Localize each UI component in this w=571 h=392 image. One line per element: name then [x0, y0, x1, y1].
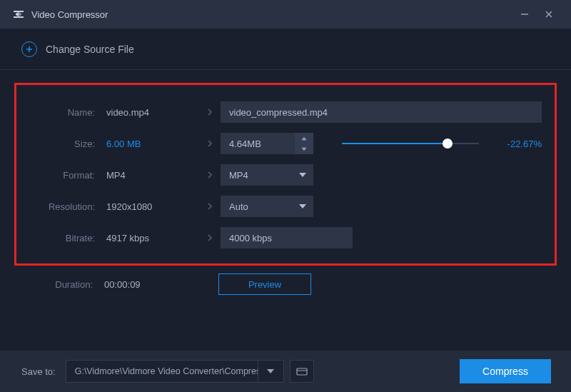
compress-button[interactable]: Compress: [460, 359, 551, 383]
footer: Save to: G:\Vidmore\Vidmore Video Conver…: [0, 351, 571, 392]
chevron-right-icon: [199, 233, 221, 243]
output-size-input[interactable]: [221, 133, 295, 154]
save-path-text: G:\Vidmore\Vidmore Video Converter\Compr…: [66, 366, 258, 376]
size-label: Size:: [29, 139, 95, 149]
svg-marker-13: [267, 369, 274, 373]
name-label: Name:: [29, 107, 95, 118]
save-path-box: G:\Vidmore\Vidmore Video Converter\Compr…: [66, 360, 284, 383]
svg-rect-14: [297, 368, 307, 375]
source-duration: 00:00:09: [104, 279, 197, 290]
svg-marker-3: [19, 12, 21, 16]
row-format: Format: MP4 MP4: [29, 159, 542, 191]
bitrate-label: Bitrate:: [29, 233, 95, 243]
row-size: Size: 6.00 MB -22.67%: [29, 128, 542, 159]
titlebar: Video Compressor: [0, 0, 571, 29]
folder-icon: [296, 367, 308, 376]
size-reduction-percent: -22.67%: [493, 139, 542, 149]
chevron-right-icon: [199, 139, 221, 149]
svg-marker-11: [299, 173, 306, 177]
source-resolution: 1920x1080: [106, 201, 199, 212]
svg-marker-2: [16, 12, 19, 16]
row-duration: Duration: 00:00:09 Preview: [14, 268, 557, 300]
output-format-value: MP4: [229, 170, 299, 181]
svg-marker-12: [299, 204, 306, 208]
svg-marker-10: [302, 148, 306, 151]
output-bitrate-input[interactable]: [221, 227, 353, 248]
preview-button[interactable]: Preview: [218, 273, 311, 295]
resolution-label: Resolution:: [29, 201, 95, 212]
highlighted-settings-frame: Name: video.mp4 Size: 6.00 MB: [14, 83, 557, 266]
change-source-label: Change Source File: [46, 44, 134, 55]
svg-rect-0: [14, 11, 24, 12]
save-path-dropdown[interactable]: [258, 361, 283, 382]
chevron-right-icon: [199, 201, 221, 211]
source-bitrate: 4917 kbps: [106, 233, 199, 243]
format-label: Format:: [29, 170, 95, 181]
close-button[interactable]: [537, 0, 561, 29]
output-resolution-value: Auto: [229, 201, 299, 212]
source-format: MP4: [106, 170, 199, 181]
row-bitrate: Bitrate: 4917 kbps: [29, 222, 542, 253]
duration-label: Duration:: [27, 279, 93, 290]
output-resolution-select[interactable]: Auto: [221, 196, 313, 217]
output-name-input[interactable]: [221, 101, 542, 123]
size-step-up[interactable]: [295, 133, 313, 144]
svg-rect-1: [14, 16, 24, 18]
svg-marker-9: [302, 137, 306, 140]
source-name: video.mp4: [106, 107, 199, 118]
source-size: 6.00 MB: [106, 139, 199, 149]
window-title: Video Compressor: [31, 9, 108, 20]
size-step-down[interactable]: [295, 144, 313, 154]
minimize-button[interactable]: [512, 0, 537, 29]
change-source-bar[interactable]: Change Source File: [0, 29, 571, 70]
chevron-right-icon: [199, 107, 221, 117]
plus-circle-icon: [21, 41, 37, 57]
app-logo-icon: [13, 9, 24, 20]
chevron-down-icon: [299, 204, 306, 208]
chevron-right-icon: [199, 170, 221, 180]
row-name: Name: video.mp4: [29, 96, 542, 128]
row-resolution: Resolution: 1920x1080 Auto: [29, 191, 542, 222]
chevron-down-icon: [299, 173, 306, 177]
save-to-label: Save to:: [21, 366, 56, 377]
output-format-select[interactable]: MP4: [221, 164, 313, 186]
output-size-stepper[interactable]: [221, 133, 313, 154]
size-slider[interactable]: [342, 142, 479, 145]
chevron-down-icon: [267, 369, 274, 373]
open-folder-button[interactable]: [290, 360, 314, 383]
